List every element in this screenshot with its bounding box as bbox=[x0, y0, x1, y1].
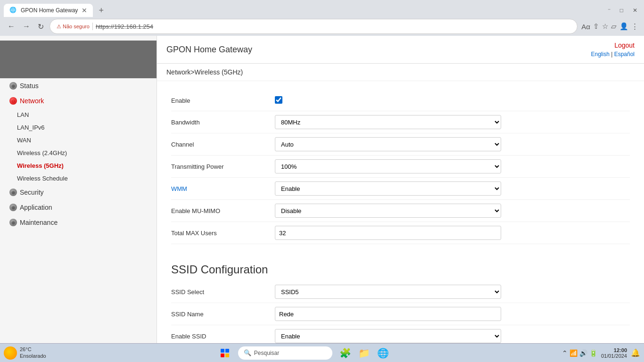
new-tab-button[interactable]: + bbox=[95, 6, 107, 16]
sidebar-logo bbox=[0, 41, 157, 78]
window-controls: ⁻ □ ✕ bbox=[605, 6, 640, 15]
sidebar-label-status: Status bbox=[20, 82, 39, 90]
back-button[interactable]: ← bbox=[6, 20, 17, 33]
sidebar-item-application[interactable]: ⊕ Application bbox=[0, 200, 157, 215]
share-icon[interactable]: ⇧ bbox=[593, 22, 599, 31]
maximize-button[interactable]: □ bbox=[617, 6, 626, 15]
form-row-transmitting-power: Transmitting Power 25% 50% 75% 100% bbox=[171, 156, 630, 178]
clock-time: 12:00 bbox=[601, 347, 627, 353]
form-row-channel: Channel Auto 36 40 44 48 bbox=[171, 133, 630, 156]
weather-info: 26°C Ensolarado bbox=[20, 346, 46, 359]
translate-icon[interactable]: Aα bbox=[581, 23, 590, 31]
close-window-button[interactable]: ✕ bbox=[630, 6, 640, 15]
sidebar-item-lan-ipv6[interactable]: LAN_IPv6 bbox=[17, 121, 157, 134]
application-bullet: ⊕ bbox=[9, 204, 17, 211]
channel-select[interactable]: Auto 36 40 44 48 bbox=[275, 137, 501, 151]
taskbar-app-files[interactable]: 📁 bbox=[356, 345, 373, 362]
lang-english-link[interactable]: English bbox=[591, 51, 609, 58]
taskbar-right: ⌃ 📶 🔊 🔋 12:00 01/01/2024 🔔 bbox=[562, 347, 640, 359]
reload-button[interactable]: ↻ bbox=[36, 20, 46, 33]
sidebar-item-security[interactable]: ⊕ Security bbox=[0, 185, 157, 200]
lang-links: English | Español bbox=[591, 51, 635, 58]
enable-checkbox[interactable] bbox=[275, 96, 282, 104]
tab-bar: 🌐 GPON Home Gateway ✕ + ⁻ □ ✕ bbox=[0, 0, 644, 17]
sidebar-item-wan[interactable]: WAN bbox=[17, 134, 157, 147]
form-row-enable: Enable bbox=[171, 90, 630, 111]
sidebar-item-wireless-5[interactable]: Wireless (5GHz) bbox=[17, 159, 157, 172]
search-icon: 🔍 bbox=[244, 349, 251, 356]
menu-icon[interactable]: ⋮ bbox=[631, 22, 638, 31]
wifi-icon[interactable]: 📶 bbox=[570, 349, 578, 357]
tab-close-button[interactable]: ✕ bbox=[82, 7, 87, 14]
split-view-icon[interactable]: ▱ bbox=[611, 22, 617, 31]
notification-icon[interactable]: 🔔 bbox=[631, 348, 640, 357]
bandwidth-select[interactable]: 20MHz 40MHz 80MHz 160MHz bbox=[275, 115, 501, 129]
files-icon: 📁 bbox=[358, 347, 370, 359]
lang-espanol-link[interactable]: Español bbox=[614, 51, 635, 58]
security-bullet: ⊕ bbox=[9, 189, 17, 196]
forward-button[interactable]: → bbox=[21, 20, 32, 33]
volume-icon[interactable]: 🔊 bbox=[579, 349, 587, 357]
sidebar-item-wireless-24[interactable]: Wireless (2.4GHz) bbox=[17, 147, 157, 159]
taskbar-apps: 🧩 📁 🌐 bbox=[337, 345, 392, 362]
clock-date: 01/01/2024 bbox=[601, 353, 627, 359]
maintenance-bullet: ⊕ bbox=[9, 219, 17, 226]
sidebar: ⊕ Status ⊖ Network LAN LAN_IPv6 WAN Wire… bbox=[0, 36, 157, 343]
sidebar-section-security: ⊕ Security bbox=[0, 185, 157, 200]
channel-control: Auto 36 40 44 48 bbox=[275, 137, 501, 151]
minimize-button[interactable]: ⁻ bbox=[605, 6, 613, 15]
max-users-control bbox=[275, 226, 501, 240]
sidebar-sub-network: LAN LAN_IPv6 WAN Wireless (2.4GHz) Wirel… bbox=[0, 108, 157, 185]
main-content: GPON Home Gateway Logout English | Españ… bbox=[157, 36, 644, 343]
clock[interactable]: 12:00 01/01/2024 bbox=[601, 347, 627, 359]
address-text[interactable]: https://192.168.1.254 bbox=[96, 23, 153, 30]
bookmark-icon[interactable]: ☆ bbox=[602, 22, 608, 31]
form-row-enable-ssid: Enable SSID Enable Disable bbox=[171, 325, 630, 343]
taskbar-app-chrome[interactable]: 🌐 bbox=[375, 345, 392, 362]
address-input-wrap[interactable]: ⚠ Não seguro https://192.168.1.254 bbox=[50, 19, 578, 34]
active-tab[interactable]: 🌐 GPON Home Gateway ✕ bbox=[4, 4, 93, 17]
enable-ssid-label: Enable SSID bbox=[171, 333, 275, 340]
mumimo-select[interactable]: Enable Disable bbox=[275, 204, 501, 218]
logout-button[interactable]: Logout bbox=[614, 41, 635, 49]
enable-ssid-control: Enable Disable bbox=[275, 329, 501, 343]
max-users-input[interactable] bbox=[275, 226, 501, 240]
enable-control bbox=[275, 96, 501, 105]
form-row-ssid-select: SSID Select SSID1 SSID2 SSID3 SSID4 SSID… bbox=[171, 281, 630, 303]
tray-arrow-icon[interactable]: ⌃ bbox=[562, 349, 568, 357]
sidebar-item-network[interactable]: ⊖ Network bbox=[0, 93, 157, 108]
sidebar-label-application: Application bbox=[20, 204, 52, 211]
search-placeholder: Pesquisar bbox=[254, 350, 279, 356]
ssid-select-dropdown[interactable]: SSID1 SSID2 SSID3 SSID4 SSID5 bbox=[275, 285, 501, 299]
enable-ssid-select[interactable]: Enable Disable bbox=[275, 329, 501, 343]
site-header: GPON Home Gateway Logout English | Españ… bbox=[157, 36, 644, 64]
breadcrumb: Network>Wireless (5GHz) bbox=[157, 64, 644, 81]
ssid-name-label: SSID Name bbox=[171, 311, 275, 318]
bandwidth-control: 20MHz 40MHz 80MHz 160MHz bbox=[275, 115, 501, 129]
start-button[interactable] bbox=[216, 346, 233, 360]
sidebar-item-status[interactable]: ⊕ Status bbox=[0, 78, 157, 93]
sidebar-item-lan[interactable]: LAN bbox=[17, 108, 157, 121]
site-title: GPON Home Gateway bbox=[166, 45, 252, 55]
profile-icon[interactable]: 👤 bbox=[619, 22, 628, 31]
form-row-mumimo: Enable MU-MIMO Enable Disable bbox=[171, 200, 630, 222]
sidebar-section-maintenance: ⊕ Maintenance bbox=[0, 215, 157, 230]
transmitting-power-select[interactable]: 25% 50% 75% 100% bbox=[275, 159, 501, 173]
taskbar-app-puzzle[interactable]: 🧩 bbox=[337, 345, 354, 362]
mumimo-control: Enable Disable bbox=[275, 204, 501, 218]
search-bar[interactable]: 🔍 Pesquisar bbox=[238, 346, 332, 360]
battery-icon[interactable]: 🔋 bbox=[589, 349, 597, 357]
sidebar-label-maintenance: Maintenance bbox=[20, 219, 58, 226]
network-bullet: ⊖ bbox=[9, 97, 17, 105]
sidebar-item-maintenance[interactable]: ⊕ Maintenance bbox=[0, 215, 157, 230]
transmitting-power-control: 25% 50% 75% 100% bbox=[275, 159, 501, 173]
wmm-control: Enable Disable bbox=[275, 181, 501, 196]
ssid-name-input[interactable] bbox=[275, 307, 501, 321]
weather-temp: 26°C bbox=[20, 346, 46, 353]
browser-icons: Aα ⇧ ☆ ▱ 👤 ⋮ bbox=[581, 22, 638, 31]
wmm-select[interactable]: Enable Disable bbox=[275, 181, 501, 196]
sidebar-item-wireless-schedule[interactable]: Wireless Schedule bbox=[17, 172, 157, 185]
address-bar: ← → ↻ ⚠ Não seguro https://192.168.1.254… bbox=[0, 17, 644, 36]
security-warning: ⚠ Não seguro bbox=[57, 24, 90, 30]
tab-favicon: 🌐 bbox=[9, 7, 17, 14]
